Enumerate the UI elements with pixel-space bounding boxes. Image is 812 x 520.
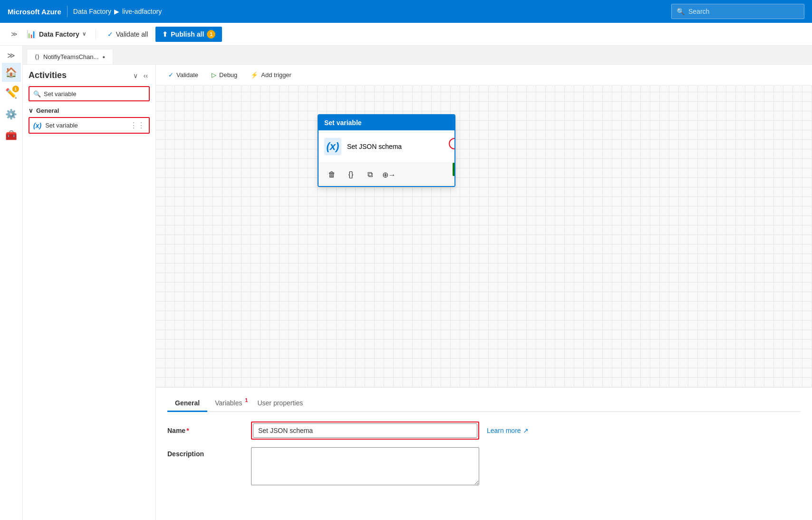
search-box[interactable]: 🔍 bbox=[671, 4, 804, 19]
card-actions: 🗑 {} ⧉ ⊕→ bbox=[319, 163, 454, 186]
home-icon: 🏠 bbox=[5, 67, 17, 78]
breadcrumb-arrow: ▶ bbox=[114, 8, 119, 15]
name-form-row: Name* Learn more ↗ bbox=[167, 422, 801, 440]
chevron-down-icon: ∨ bbox=[82, 31, 86, 37]
toolbar-separator bbox=[96, 29, 96, 40]
drag-handle-icon[interactable]: ⋮⋮ bbox=[130, 121, 145, 130]
inner-layout: Activities ∨ ‹‹ 🔍 ∨ General bbox=[23, 65, 812, 520]
activities-search-box[interactable]: 🔍 bbox=[29, 86, 150, 101]
pipeline-icon: ⟨⟩ bbox=[35, 53, 39, 60]
validate-label: Validate bbox=[176, 71, 198, 78]
required-star: * bbox=[186, 427, 189, 434]
add-trigger-btn[interactable]: ⚡ Add trigger bbox=[246, 69, 296, 80]
set-variable-card[interactable]: Set variable (x) Set JSON schema 🗑 bbox=[318, 114, 455, 187]
user-properties-tab-label: User properties bbox=[257, 399, 303, 407]
validate-all-btn[interactable]: ✓ Validate all bbox=[102, 29, 154, 40]
debug-label: Debug bbox=[219, 71, 237, 78]
breadcrumb-factory-name[interactable]: live-adfactory bbox=[122, 8, 162, 15]
tab-variables[interactable]: Variables 1 bbox=[207, 395, 250, 412]
main-layout: ≫ 🏠 ✏️ 1 ⚙️ 🧰 ⟨⟩ NotifiyTeamsChan... ● bbox=[0, 46, 812, 520]
search-icon: 🔍 bbox=[677, 8, 685, 15]
top-divider bbox=[67, 6, 68, 17]
set-variable-activity-label: Set variable bbox=[45, 122, 78, 129]
data-factory-label: Data Factory bbox=[39, 30, 79, 38]
validate-btn[interactable]: ✓ Validate bbox=[164, 69, 203, 80]
data-factory-btn[interactable]: 📊 Data Factory ∨ bbox=[23, 28, 90, 40]
bottom-panel: General Variables 1 User properties Name… bbox=[156, 387, 812, 520]
card-header: Set variable bbox=[319, 115, 454, 130]
x-symbol: (x) bbox=[327, 140, 339, 153]
collapse-activities-btn[interactable]: ∨ bbox=[131, 71, 140, 80]
collapse-panel-btn[interactable]: ‹‹ bbox=[142, 71, 150, 80]
canvas-toolbar: ✓ Validate ▷ Debug ⚡ Add trigger bbox=[156, 65, 812, 86]
general-label: General bbox=[36, 107, 59, 114]
search-input[interactable] bbox=[688, 8, 799, 15]
lightning-icon: ⚡ bbox=[251, 71, 258, 78]
variables-badge: 1 bbox=[245, 397, 248, 403]
copy-icon: ⧉ bbox=[367, 170, 373, 179]
data-factory-icon: 📊 bbox=[27, 29, 36, 39]
activities-title: Activities bbox=[29, 70, 67, 80]
validate-icon: ✓ bbox=[168, 71, 174, 78]
collapse-sidebar-btn[interactable]: ≫ bbox=[8, 28, 21, 41]
sidebar-home-btn[interactable]: 🏠 bbox=[2, 63, 21, 82]
card-variable-icon: (x) bbox=[324, 138, 341, 155]
general-section: ∨ General (x) Set variable ⋮⋮ bbox=[29, 107, 150, 134]
learn-more-link[interactable]: Learn more ↗ bbox=[487, 427, 529, 434]
canvas-content[interactable]: Set variable (x) Set JSON schema 🗑 bbox=[156, 86, 812, 387]
validate-all-label: Validate all bbox=[116, 30, 148, 38]
card-delete-btn[interactable]: 🗑 bbox=[324, 167, 339, 182]
brand-label: Microsoft Azure bbox=[8, 8, 61, 16]
card-code-btn[interactable]: {} bbox=[343, 167, 358, 182]
icon-sidebar: ≫ 🏠 ✏️ 1 ⚙️ 🧰 bbox=[0, 46, 23, 520]
sidebar-monitor-btn[interactable]: ⚙️ bbox=[2, 105, 21, 124]
tab-bar: ⟨⟩ NotifiyTeamsChan... ● bbox=[23, 46, 812, 65]
external-link-icon: ↗ bbox=[523, 427, 529, 434]
publish-all-btn[interactable]: ⬆ Publish all 1 bbox=[155, 27, 222, 42]
description-input[interactable] bbox=[251, 447, 479, 485]
top-bar: Microsoft Azure Data Factory ▶ live-adfa… bbox=[0, 0, 812, 23]
description-label: Description bbox=[167, 447, 243, 458]
sidebar-edit-btn[interactable]: ✏️ 1 bbox=[2, 84, 21, 103]
general-tab-label: General bbox=[175, 399, 200, 407]
set-variable-x-icon: (x) bbox=[33, 122, 41, 129]
activities-panel: Activities ∨ ‹‹ 🔍 ∨ General bbox=[23, 65, 156, 520]
curly-braces-icon: {} bbox=[348, 170, 354, 179]
connect-icon: ⊕→ bbox=[382, 170, 396, 179]
name-label: Name* bbox=[167, 427, 243, 434]
general-collapse-icon: ∨ bbox=[29, 107, 33, 114]
variables-tab-label: Variables bbox=[215, 399, 242, 407]
learn-more-label: Learn more bbox=[487, 427, 521, 434]
pipeline-tab-label: NotifiyTeamsChan... bbox=[43, 53, 98, 60]
publish-badge: 1 bbox=[207, 30, 215, 39]
card-copy-btn[interactable]: ⧉ bbox=[362, 167, 377, 182]
checkmark-icon: ✓ bbox=[107, 30, 113, 38]
search-activities-icon: 🔍 bbox=[33, 90, 41, 98]
expand-panel-btn[interactable]: ≫ bbox=[2, 49, 21, 61]
toolbar: ≫ 📊 Data Factory ∨ ✓ Validate all ⬆ Publ… bbox=[0, 23, 812, 46]
tab-user-properties[interactable]: User properties bbox=[250, 395, 310, 412]
green-success-indicator bbox=[453, 163, 455, 176]
activities-search-input[interactable] bbox=[44, 90, 145, 98]
debug-play-icon: ▷ bbox=[212, 71, 216, 78]
double-chevron-icon: ≫ bbox=[11, 30, 18, 38]
upload-icon: ⬆ bbox=[162, 30, 168, 38]
monitor-icon: ⚙️ bbox=[5, 108, 17, 120]
set-variable-activity-item[interactable]: (x) Set variable ⋮⋮ bbox=[29, 117, 150, 134]
content-area: ⟨⟩ NotifiyTeamsChan... ● Activities ∨ ‹‹… bbox=[23, 46, 812, 520]
activities-header: Activities ∨ ‹‹ bbox=[29, 70, 150, 80]
tab-general[interactable]: General bbox=[167, 395, 207, 412]
name-input[interactable] bbox=[253, 423, 477, 438]
card-header-label: Set variable bbox=[324, 119, 362, 127]
card-connect-btn[interactable]: ⊕→ bbox=[381, 167, 396, 182]
description-form-row: Description bbox=[167, 447, 801, 485]
breadcrumb: Data Factory ▶ live-adfactory bbox=[73, 8, 162, 15]
breadcrumb-data-factory[interactable]: Data Factory bbox=[73, 8, 111, 15]
bottom-tabs: General Variables 1 User properties bbox=[167, 395, 801, 412]
sidebar-manage-btn[interactable]: 🧰 bbox=[2, 126, 21, 145]
general-header[interactable]: ∨ General bbox=[29, 107, 150, 114]
edit-badge: 1 bbox=[12, 86, 19, 92]
pipeline-tab[interactable]: ⟨⟩ NotifiyTeamsChan... ● bbox=[27, 49, 113, 64]
publish-all-label: Publish all bbox=[171, 30, 204, 38]
debug-btn[interactable]: ▷ Debug bbox=[207, 69, 242, 80]
